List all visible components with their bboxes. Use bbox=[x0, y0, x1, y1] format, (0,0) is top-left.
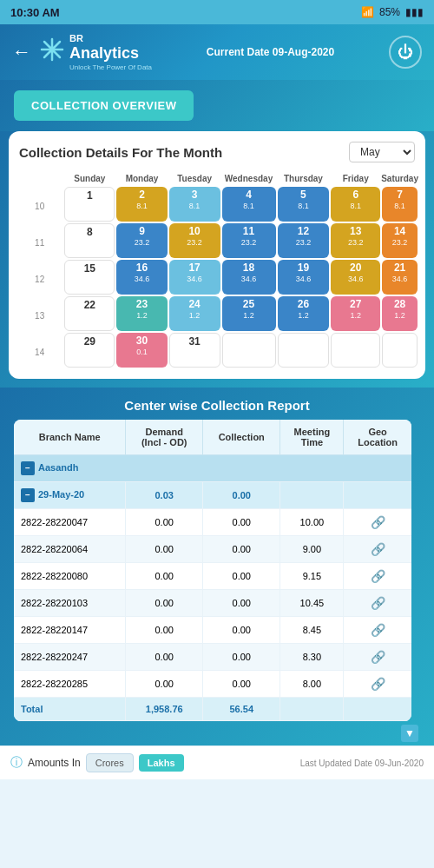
geo-location-cell[interactable]: 🔗 bbox=[344, 644, 411, 671]
geo-link-icon[interactable]: 🔗 bbox=[371, 515, 385, 529]
cal-day-cell[interactable]: 29 bbox=[63, 332, 115, 368]
cal-day-cell[interactable]: 271.2 bbox=[330, 295, 381, 332]
demand-val: 0.00 bbox=[126, 563, 203, 590]
amounts-section: ⓘ Amounts In Crores Lakhs bbox=[10, 753, 184, 772]
cal-day-cell[interactable]: 1934.6 bbox=[277, 259, 331, 295]
demand-val: 0.00 bbox=[126, 671, 203, 698]
week-num-12: 12 bbox=[16, 259, 63, 295]
cal-day-empty bbox=[381, 332, 418, 368]
lakhs-button[interactable]: Lakhs bbox=[139, 754, 184, 772]
table-row[interactable]: 2822-28220103 0.00 0.00 10.45 🔗 bbox=[14, 590, 411, 617]
cal-day-cell[interactable]: 1 bbox=[63, 186, 115, 222]
logo-analytics: Analytics bbox=[69, 44, 152, 63]
cal-day-cell[interactable]: 923.2 bbox=[115, 222, 168, 259]
collection-overview-button[interactable]: COLLECTION OVERVIEW bbox=[14, 90, 194, 121]
cal-day-cell[interactable]: 261.2 bbox=[277, 295, 331, 332]
meeting-val: 8.45 bbox=[280, 617, 344, 644]
cal-saturday: Saturday bbox=[381, 171, 418, 186]
cal-week-header bbox=[16, 171, 63, 186]
table-row[interactable]: 2822-28220064 0.00 0.00 9.00 🔗 bbox=[14, 536, 411, 563]
demand-val: 0.03 bbox=[126, 482, 203, 509]
geo-link-icon[interactable]: 🔗 bbox=[371, 623, 385, 637]
demand-val: 0.00 bbox=[126, 617, 203, 644]
col-header-branch: Branch Name bbox=[14, 420, 126, 455]
geo-location-cell[interactable]: 🔗 bbox=[344, 509, 411, 536]
crores-button[interactable]: Crores bbox=[86, 753, 134, 772]
cal-week-12: 12 15 1634.6 1734.6 1834.6 1934.6 2034.6… bbox=[16, 259, 418, 295]
col-header-demand: Demand(Incl - OD) bbox=[126, 420, 203, 455]
geo-location-cell[interactable]: 🔗 bbox=[344, 617, 411, 644]
cal-day-cell[interactable]: 38.1 bbox=[168, 186, 221, 222]
total-demand: 1,958.76 bbox=[126, 698, 203, 721]
cal-day-cell[interactable]: 1834.6 bbox=[221, 259, 277, 295]
expand-icon[interactable]: − bbox=[21, 461, 35, 475]
cal-day-cell[interactable]: 1323.2 bbox=[330, 222, 381, 259]
table-row[interactable]: 2822-28220285 0.00 0.00 8.00 🔗 bbox=[14, 671, 411, 698]
geo-location-cell[interactable]: 🔗 bbox=[344, 590, 411, 617]
geo-link-icon[interactable]: 🔗 bbox=[371, 650, 385, 664]
amounts-label: Amounts In bbox=[28, 757, 81, 769]
header: ← BR Analytics Unlock The Power Of Data … bbox=[0, 24, 434, 80]
scroll-down-button[interactable]: ▼ bbox=[401, 725, 418, 742]
total-geo bbox=[344, 698, 411, 721]
expand-icon[interactable]: − bbox=[21, 488, 35, 502]
meeting-val: 9.00 bbox=[280, 536, 344, 563]
back-button[interactable]: ← bbox=[12, 41, 31, 63]
table-header-row: Branch Name Demand(Incl - OD) Collection… bbox=[14, 420, 411, 455]
cal-day-cell[interactable]: 15 bbox=[63, 259, 115, 295]
geo-link-icon[interactable]: 🔗 bbox=[371, 677, 385, 691]
total-collection: 56.54 bbox=[203, 698, 280, 721]
cal-day-cell[interactable]: 58.1 bbox=[277, 186, 331, 222]
last-updated-text: Last Updated Date 09-Jun-2020 bbox=[300, 759, 424, 768]
cal-friday: Friday bbox=[330, 171, 381, 186]
cal-day-cell[interactable]: 1223.2 bbox=[277, 222, 331, 259]
table-row[interactable]: 2822-28220247 0.00 0.00 8.30 🔗 bbox=[14, 644, 411, 671]
table-row[interactable]: −Aasandh bbox=[14, 455, 411, 482]
geo-location-cell[interactable]: 🔗 bbox=[344, 563, 411, 590]
table-row[interactable]: 2822-28220047 0.00 0.00 10.00 🔗 bbox=[14, 509, 411, 536]
cal-day-cell[interactable]: 8 bbox=[63, 222, 115, 259]
cal-day-cell[interactable]: 1734.6 bbox=[168, 259, 221, 295]
cal-day-cell[interactable]: 231.2 bbox=[115, 295, 168, 332]
cal-day-cell[interactable]: 300.1 bbox=[115, 332, 168, 368]
geo-link-icon[interactable]: 🔗 bbox=[371, 596, 385, 610]
month-select[interactable]: May June July August bbox=[349, 142, 415, 162]
geo-link-icon[interactable]: 🔗 bbox=[371, 542, 385, 556]
cal-day-cell[interactable]: 78.1 bbox=[381, 186, 418, 222]
cal-day-cell[interactable]: 281.2 bbox=[381, 295, 418, 332]
geo-location-cell[interactable]: 🔗 bbox=[344, 536, 411, 563]
cal-day-cell[interactable]: 1634.6 bbox=[115, 259, 168, 295]
cal-day-cell[interactable]: 28.1 bbox=[115, 186, 168, 222]
branch-name: 2822-28220080 bbox=[14, 563, 126, 590]
cal-day-cell[interactable]: 68.1 bbox=[330, 186, 381, 222]
meeting-val: 8.00 bbox=[280, 671, 344, 698]
cal-day-cell[interactable]: 241.2 bbox=[168, 295, 221, 332]
cal-day-empty bbox=[330, 332, 381, 368]
cal-day-cell[interactable]: 1423.2 bbox=[381, 222, 418, 259]
cal-day-cell[interactable]: 48.1 bbox=[221, 186, 277, 222]
geo-location-cell[interactable]: 🔗 bbox=[344, 671, 411, 698]
cal-day-cell[interactable]: 1023.2 bbox=[168, 222, 221, 259]
meeting-val bbox=[280, 482, 344, 509]
table-row[interactable]: 2822-28220147 0.00 0.00 8.45 🔗 bbox=[14, 617, 411, 644]
demand-val: 0.00 bbox=[126, 509, 203, 536]
cal-day-cell[interactable]: 22 bbox=[63, 295, 115, 332]
status-time: 10:30 AM bbox=[10, 6, 60, 19]
table-wrapper: Branch Name Demand(Incl - OD) Collection… bbox=[7, 420, 427, 745]
demand-val: 0.00 bbox=[126, 590, 203, 617]
week-num-10: 10 bbox=[16, 186, 63, 222]
cal-day-cell[interactable]: 2034.6 bbox=[330, 259, 381, 295]
table-row[interactable]: −29-May-20 0.03 0.00 bbox=[14, 482, 411, 509]
logo-tagline: Unlock The Power Of Data bbox=[69, 63, 152, 72]
status-bar: 10:30 AM 📶 85% ▮▮▮ bbox=[0, 0, 434, 24]
collection-val: 0.00 bbox=[203, 563, 280, 590]
cal-day-cell[interactable]: 31 bbox=[168, 332, 221, 368]
power-button[interactable]: ⏻ bbox=[389, 36, 422, 69]
cal-day-cell[interactable]: 2134.6 bbox=[381, 259, 418, 295]
centerwise-section: Center wise Collection Report Branch Nam… bbox=[0, 388, 434, 745]
cal-day-cell[interactable]: 251.2 bbox=[221, 295, 277, 332]
table-row[interactable]: 2822-28220080 0.00 0.00 9.15 🔗 bbox=[14, 563, 411, 590]
cal-tuesday: Tuesday bbox=[168, 171, 221, 186]
cal-day-cell[interactable]: 1123.2 bbox=[221, 222, 277, 259]
geo-link-icon[interactable]: 🔗 bbox=[371, 569, 385, 583]
